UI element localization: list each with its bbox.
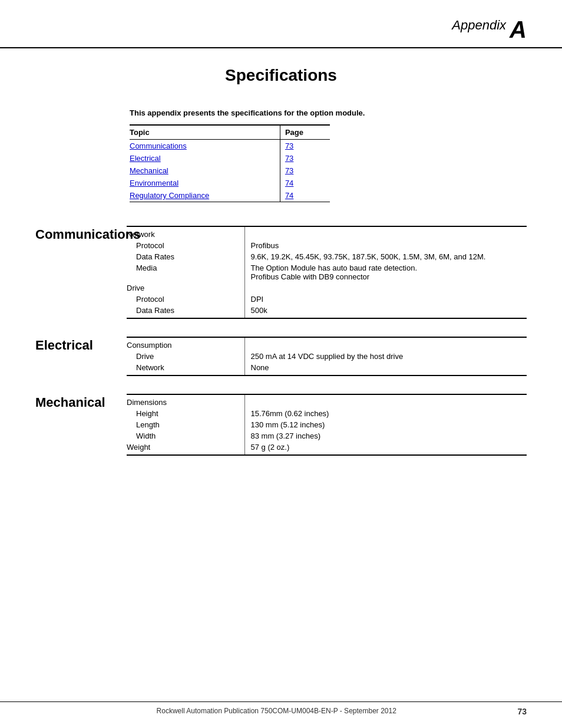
spec-group-row: Consumption <box>127 337 527 351</box>
toc-topic[interactable]: Mechanical <box>130 164 280 177</box>
spec-row-label: Protocol <box>127 294 244 305</box>
toc-col1-header: Topic <box>130 125 280 140</box>
toc-row: Electrical73 <box>130 152 330 164</box>
spec-row-label: Protocol <box>127 240 244 251</box>
footer: Rockwell Automation Publication 750COM-U… <box>0 701 562 716</box>
spec-data-row: Height15.76mm (0.62 inches) <box>127 408 527 419</box>
electrical-table-area: ConsumptionDrive250 mA at 14 VDC supplie… <box>127 337 527 376</box>
spec-row-value: None <box>244 362 527 375</box>
spec-row-label: Drive <box>127 351 244 362</box>
spec-data-row: Drive250 mA at 14 VDC supplied by the ho… <box>127 351 527 362</box>
spec-row-value: 9.6K, 19.2K, 45.45K, 93.75K, 187.5K, 500… <box>244 251 527 262</box>
spec-row-label: Length <box>127 419 244 430</box>
spec-data-row: Length130 mm (5.12 inches) <box>127 419 527 430</box>
mechanical-table: DimensionsHeight15.76mm (0.62 inches)Len… <box>127 394 527 456</box>
toc-row: Regulatory Compliance74 <box>130 189 330 202</box>
header-area: Appendix A <box>0 0 562 48</box>
toc-topic[interactable]: Regulatory Compliance <box>130 189 280 202</box>
toc-page[interactable]: 73 <box>280 152 330 164</box>
spec-row-value: 83 mm (3.27 inches) <box>244 430 527 442</box>
spec-data-row: Data Rates500k <box>127 305 527 318</box>
spec-single-row: Weight57 g (2 oz.) <box>127 442 527 455</box>
spec-row-value: 250 mA at 14 VDC supplied by the host dr… <box>244 351 527 362</box>
spec-group-label: Network <box>127 226 244 240</box>
spec-single-label: Weight <box>127 442 244 455</box>
spec-data-row: Width83 mm (3.27 inches) <box>127 430 527 442</box>
footer-page: 73 <box>517 707 527 716</box>
mechanical-section: Mechanical DimensionsHeight15.76mm (0.62… <box>35 394 527 456</box>
spec-row-label: Media <box>127 262 244 282</box>
toc-page[interactable]: 73 <box>280 140 330 153</box>
toc-row: Communications73 <box>130 140 330 153</box>
spec-data-row: NetworkNone <box>127 362 527 375</box>
spec-data-row: ProtocolProfibus <box>127 240 527 251</box>
toc-table: Topic Page Communications73Electrical73M… <box>130 124 330 202</box>
spec-row-value: 500k <box>244 305 527 318</box>
toc-row: Mechanical73 <box>130 164 330 177</box>
mechanical-table-area: DimensionsHeight15.76mm (0.62 inches)Len… <box>127 394 527 456</box>
spec-data-row: ProtocolDPI <box>127 294 527 305</box>
spec-row-label: Data Rates <box>127 305 244 318</box>
electrical-table: ConsumptionDrive250 mA at 14 VDC supplie… <box>127 337 527 376</box>
page-title: Specifications <box>35 66 527 85</box>
toc-row: Environmental74 <box>130 177 330 189</box>
toc-col2-header: Page <box>280 125 330 140</box>
spec-group-label: Drive <box>127 282 244 294</box>
spec-row-label: Height <box>127 408 244 419</box>
electrical-heading: Electrical <box>35 337 127 376</box>
spec-group-row: Network <box>127 226 527 240</box>
toc-page[interactable]: 74 <box>280 189 330 202</box>
appendix-label: Appendix <box>452 18 506 41</box>
spec-row-label: Data Rates <box>127 251 244 262</box>
communications-table: NetworkProtocolProfibusData Rates9.6K, 1… <box>127 226 527 319</box>
toc-topic[interactable]: Environmental <box>130 177 280 189</box>
communications-table-area: NetworkProtocolProfibusData Rates9.6K, 1… <box>127 226 527 319</box>
spec-row-value: 15.76mm (0.62 inches) <box>244 408 527 419</box>
spec-group-label: Dimensions <box>127 394 244 408</box>
spec-row-value: The Option Module has auto baud rate det… <box>244 262 527 282</box>
page-container: Appendix A Specifications This appendix … <box>0 0 562 728</box>
toc-page[interactable]: 73 <box>280 164 330 177</box>
spec-row-value: 130 mm (5.12 inches) <box>244 419 527 430</box>
intro-text: This appendix presents the specification… <box>130 108 527 117</box>
toc-topic[interactable]: Electrical <box>130 152 280 164</box>
communications-section: Communications NetworkProtocolProfibusDa… <box>35 226 527 319</box>
spec-group-row: Drive <box>127 282 527 294</box>
spec-row-value: Profibus <box>244 240 527 251</box>
spec-single-value: 57 g (2 oz.) <box>244 442 527 455</box>
main-content: Specifications This appendix presents th… <box>0 66 562 456</box>
communications-heading: Communications <box>35 226 127 319</box>
electrical-section: Electrical ConsumptionDrive250 mA at 14 … <box>35 337 527 376</box>
spec-row-label: Network <box>127 362 244 375</box>
spec-data-row: Data Rates9.6K, 19.2K, 45.45K, 93.75K, 1… <box>127 251 527 262</box>
spec-group-value <box>244 394 527 408</box>
spec-group-value <box>244 337 527 351</box>
mechanical-heading: Mechanical <box>35 394 127 456</box>
spec-group-value <box>244 282 527 294</box>
toc-page[interactable]: 74 <box>280 177 330 189</box>
spec-row-label: Width <box>127 430 244 442</box>
toc-topic[interactable]: Communications <box>130 140 280 153</box>
appendix-letter: A <box>510 18 527 41</box>
spec-group-label: Consumption <box>127 337 244 351</box>
spec-data-row: MediaThe Option Module has auto baud rat… <box>127 262 527 282</box>
spec-group-value <box>244 226 527 240</box>
footer-text: Rockwell Automation Publication 750COM-U… <box>35 707 517 716</box>
spec-row-value: DPI <box>244 294 527 305</box>
spec-group-row: Dimensions <box>127 394 527 408</box>
